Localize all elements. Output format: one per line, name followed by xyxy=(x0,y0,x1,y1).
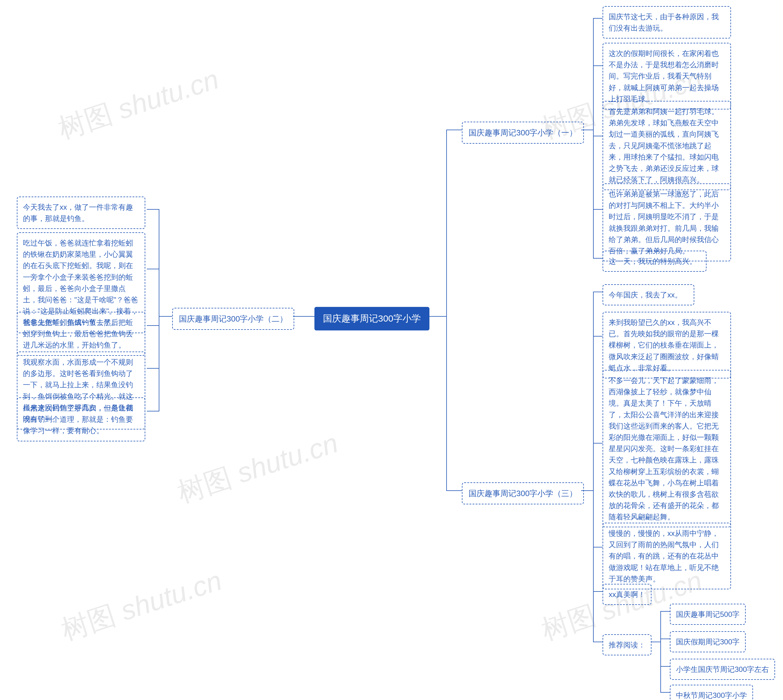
node-text: 这一天，我玩的特别高兴。 xyxy=(609,257,697,265)
node-text: 今天我去了xx，做了一件非常有趣的事，那就是钓鱼。 xyxy=(23,203,133,223)
branch-two-para-2[interactable]: 爸爸先把蚯蚓掐成一节，然后把蚯蚓穿到鱼钩上，最后爸爸把鱼钩丢进几米远的水里，开始… xyxy=(17,312,145,356)
branch-three-para-0[interactable]: 今年国庆，我去了xx。 xyxy=(603,284,694,305)
branch-three-para-2[interactable]: 不多一会儿，天下起了蒙蒙细雨，西湖像披上了轻纱，就像梦中仙境。真是太美了！下午，… xyxy=(603,370,731,527)
branch-one-para-0[interactable]: 国庆节这七天，由于各种原因，我们没有出去游玩。 xyxy=(603,6,731,38)
branch-two-label: 国庆趣事周记300字小学（二） xyxy=(179,314,287,323)
branch-three-label: 国庆趣事周记300字小学（三） xyxy=(469,489,577,498)
recommend-item-3[interactable]: 中秋节周记300字小学 xyxy=(670,685,753,700)
node-text: 爸爸先把蚯蚓掐成一节，然后把蚯蚓穿到鱼钩上，最后爸爸把鱼钩丢进几米远的水里，开始… xyxy=(23,318,133,349)
branch-three-para-1[interactable]: 来到我盼望已久的xx，我高兴不已。首先映如我的眼帘的是那一棵棵柳树，它们的枝条垂… xyxy=(603,312,731,378)
node-text: 小学生国庆节周记300字左右 xyxy=(676,665,769,673)
node-text: 首先是弟弟和阿姨一起打羽毛球。弟弟先发球，球如飞燕般在天空中划过一道美丽的弧线，… xyxy=(609,107,719,184)
watermark: 树图 shutu.cn xyxy=(53,61,223,148)
branch-one-para-3[interactable]: 也许弟弟是被第一球激怒了，此后的对打与阿姨不相上下。大约半小时过后，阿姨明显吃不… xyxy=(603,183,731,262)
node-text: 国庆节这七天，由于各种原因，我们没有出去游玩。 xyxy=(609,13,719,32)
node-text: 慢慢的，慢慢的，xx从雨中宁静，又回到了雨前的热闹气氛中，人们有的唱，有的跳，还… xyxy=(609,529,719,583)
recommend-item-2[interactable]: 小学生国庆节周记300字左右 xyxy=(670,659,775,680)
recommend-item-0[interactable]: 国庆趣事周记500字 xyxy=(670,604,746,625)
branch-one-para-2[interactable]: 首先是弟弟和阿姨一起打羽毛球。弟弟先发球，球如飞燕般在天空中划过一道美丽的弧线，… xyxy=(603,101,731,190)
branch-one[interactable]: 国庆趣事周记300字小学（一） xyxy=(462,122,584,144)
node-text: 国庆趣事周记500字 xyxy=(676,610,740,618)
node-text: 中秋节周记300字小学 xyxy=(676,691,747,699)
branch-three[interactable]: 国庆趣事周记300字小学（三） xyxy=(462,482,584,504)
node-text: 今年国庆，我去了xx。 xyxy=(609,291,682,299)
node-text: 这次的假期时间很长，在家闲着也不是办法，于是我想着怎么消磨时间。写完作业后，我看… xyxy=(609,49,719,103)
mindmap-canvas: 树图 shutu.cn 树图 shutu.cn 树图 shutu.cn 树图 s… xyxy=(0,0,783,700)
node-text: 不多一会儿，天下起了蒙蒙细雨，西湖像披上了轻纱，就像梦中仙境。真是太美了！下午，… xyxy=(609,376,719,521)
branch-one-label: 国庆趣事周记300字小学（一） xyxy=(469,128,577,137)
branch-three-para-4[interactable]: xx真美啊！ xyxy=(603,584,651,605)
node-text: 虽然这次钓鱼空手而归，但是让我明白了一个道理，那就是：钓鱼要像学习一样，要有耐心… xyxy=(23,404,133,435)
node-text: 也许弟弟是被第一球激怒了，此后的对打与阿姨不相上下。大约半小时过后，阿姨明显吃不… xyxy=(609,190,719,255)
branch-one-para-4[interactable]: 这一天，我玩的特别高兴。 xyxy=(603,251,706,272)
branch-two-para-0[interactable]: 今天我去了xx，做了一件非常有趣的事，那就是钓鱼。 xyxy=(17,197,145,229)
branch-two-para-4[interactable]: 虽然这次钓鱼空手而归，但是让我明白了一个道理，那就是：钓鱼要像学习一样，要有耐心… xyxy=(17,397,145,442)
branch-three-para-3[interactable]: 慢慢的，慢慢的，xx从雨中宁静，又回到了雨前的热闹气氛中，人们有的唱，有的跳，还… xyxy=(603,523,731,589)
recommend-node[interactable]: 推荐阅读： xyxy=(603,634,651,655)
root-title: 国庆趣事周记300字小学 xyxy=(323,313,421,323)
node-text: xx真美啊！ xyxy=(609,590,645,598)
branch-one-para-1[interactable]: 这次的假期时间很长，在家闲着也不是办法，于是我想着怎么消磨时间。写完作业后，我看… xyxy=(603,43,731,110)
recommend-label: 推荐阅读： xyxy=(609,641,645,649)
watermark: 树图 shutu.cn xyxy=(172,425,342,512)
recommend-item-1[interactable]: 国庆假期周记300字 xyxy=(670,631,746,652)
root-node[interactable]: 国庆趣事周记300字小学 xyxy=(314,307,429,330)
branch-two[interactable]: 国庆趣事周记300字小学（二） xyxy=(172,308,294,330)
node-text: 国庆假期周记300字 xyxy=(676,638,740,646)
watermark: 树图 shutu.cn xyxy=(56,562,226,649)
node-text: 来到我盼望已久的xx，我高兴不已。首先映如我的眼帘的是那一棵棵柳树，它们的枝条垂… xyxy=(609,318,719,372)
